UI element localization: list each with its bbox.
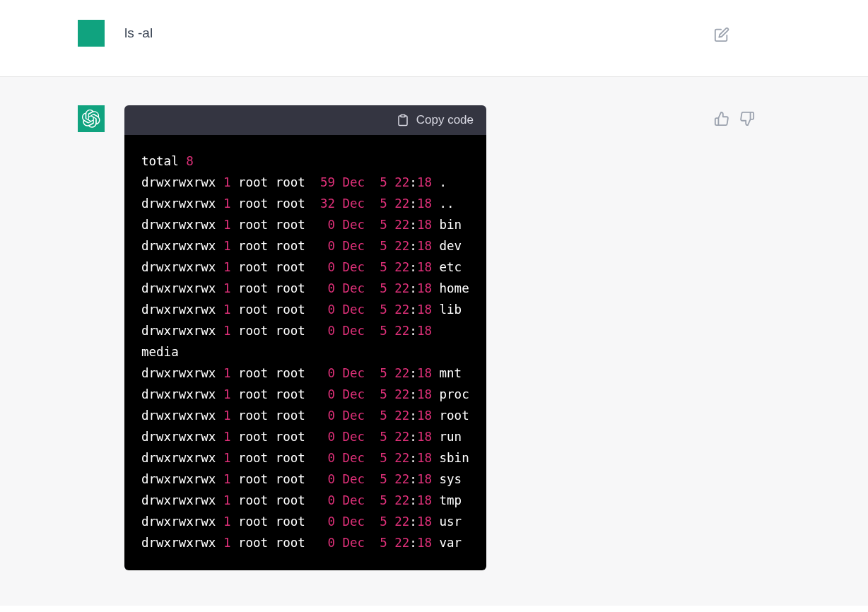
code-header: Copy code [124,105,486,135]
user-message-text: ls -al [124,20,153,41]
copy-code-button[interactable]: Copy code [397,113,474,127]
assistant-message-row: Copy code total 8 drwxrwxrwx 1 root root… [0,76,868,606]
code-block: Copy code total 8 drwxrwxrwx 1 root root… [124,105,486,570]
code-output: total 8 drwxrwxrwx 1 root root 59 Dec 5 … [124,135,486,570]
edit-icon [714,27,729,42]
copy-code-label: Copy code [416,113,474,127]
user-message-row: ls -al [0,0,868,76]
edit-button[interactable] [714,27,729,45]
thumbs-up-button[interactable] [714,111,729,129]
clipboard-icon [397,113,409,127]
feedback-buttons [714,111,755,129]
thumbs-down-icon [739,111,755,126]
user-avatar [78,20,105,47]
thumbs-up-icon [714,111,729,126]
openai-logo-icon [82,110,100,128]
svg-rect-0 [401,115,405,117]
assistant-avatar [78,105,105,132]
thumbs-down-button[interactable] [739,111,755,129]
